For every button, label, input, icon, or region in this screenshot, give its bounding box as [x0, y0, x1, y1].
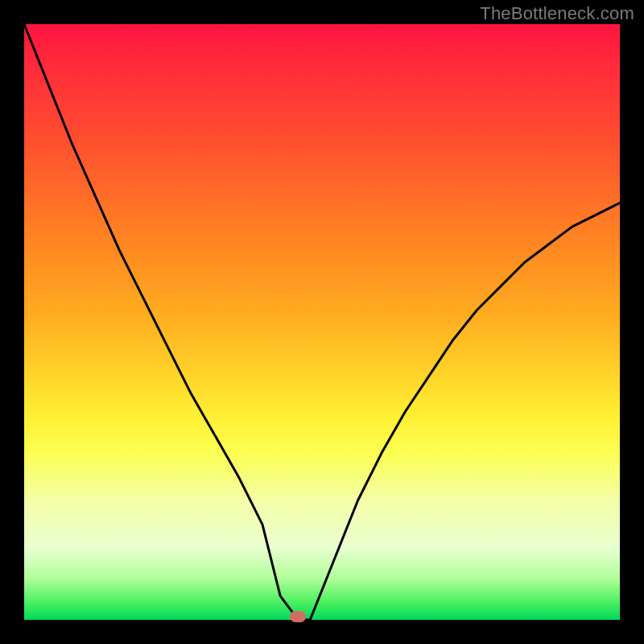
chart-frame: TheBottleneck.com	[0, 0, 644, 644]
bottleneck-curve	[24, 24, 620, 620]
minimum-marker	[290, 611, 306, 622]
curve-path	[24, 24, 620, 620]
watermark-text: TheBottleneck.com	[480, 3, 634, 24]
plot-area	[24, 24, 620, 620]
